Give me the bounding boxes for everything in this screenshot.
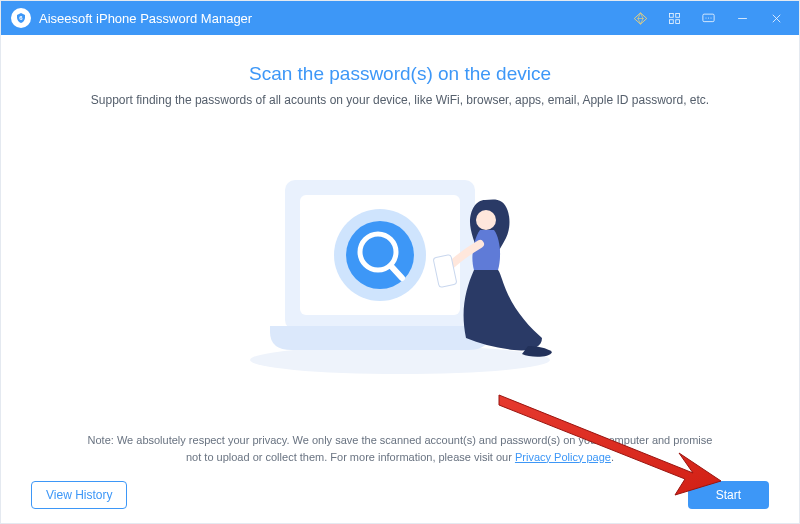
svg-point-19 bbox=[476, 210, 496, 230]
page-heading: Scan the password(s) on the device bbox=[249, 63, 551, 85]
app-logo-icon: 6 bbox=[11, 8, 31, 28]
privacy-policy-link[interactable]: Privacy Policy page bbox=[515, 451, 611, 463]
svg-rect-3 bbox=[669, 19, 673, 23]
feedback-icon[interactable] bbox=[691, 1, 725, 35]
app-window: 6 Aiseesoft iPhone Password Manager Scan… bbox=[0, 0, 800, 524]
start-button[interactable]: Start bbox=[688, 481, 769, 509]
app-title: Aiseesoft iPhone Password Manager bbox=[39, 11, 252, 26]
close-button[interactable] bbox=[759, 1, 793, 35]
privacy-note-suffix: . bbox=[611, 451, 614, 463]
privacy-note-text: Note: We absolutely respect your privacy… bbox=[88, 434, 713, 463]
titlebar: 6 Aiseesoft iPhone Password Manager bbox=[1, 1, 799, 35]
svg-rect-2 bbox=[675, 13, 679, 17]
illustration-area bbox=[31, 107, 769, 432]
privacy-note: Note: We absolutely respect your privacy… bbox=[80, 432, 720, 465]
minimize-button[interactable] bbox=[725, 1, 759, 35]
svg-point-7 bbox=[708, 17, 709, 18]
scan-illustration bbox=[230, 160, 570, 380]
footer-bar: View History Start bbox=[31, 475, 769, 509]
svg-point-6 bbox=[705, 17, 706, 18]
page-subheading: Support finding the passwords of all aco… bbox=[91, 93, 709, 107]
view-history-button[interactable]: View History bbox=[31, 481, 127, 509]
menu-grid-icon[interactable] bbox=[657, 1, 691, 35]
main-content: Scan the password(s) on the device Suppo… bbox=[1, 35, 799, 523]
svg-rect-1 bbox=[669, 13, 673, 17]
svg-point-8 bbox=[710, 17, 711, 18]
svg-rect-4 bbox=[675, 19, 679, 23]
svg-point-12 bbox=[250, 346, 550, 374]
premium-icon[interactable] bbox=[623, 1, 657, 35]
